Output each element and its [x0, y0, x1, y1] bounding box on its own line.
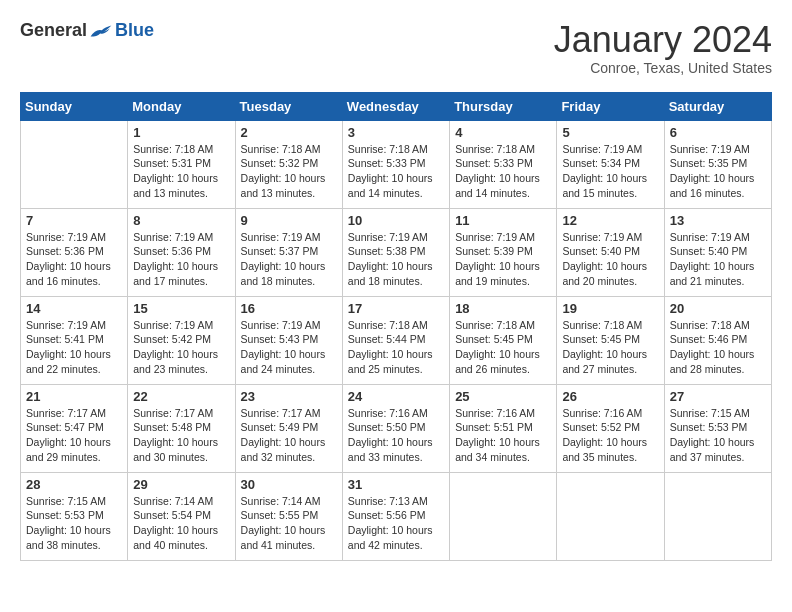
day-info: Sunrise: 7:19 AM Sunset: 5:36 PM Dayligh… [26, 230, 122, 289]
day-info: Sunrise: 7:18 AM Sunset: 5:44 PM Dayligh… [348, 318, 444, 377]
day-number: 3 [348, 125, 444, 140]
calendar-cell: 11Sunrise: 7:19 AM Sunset: 5:39 PM Dayli… [450, 208, 557, 296]
day-info: Sunrise: 7:18 AM Sunset: 5:32 PM Dayligh… [241, 142, 337, 201]
calendar-cell: 1Sunrise: 7:18 AM Sunset: 5:31 PM Daylig… [128, 120, 235, 208]
calendar-cell: 15Sunrise: 7:19 AM Sunset: 5:42 PM Dayli… [128, 296, 235, 384]
calendar-cell [557, 472, 664, 560]
calendar-cell: 3Sunrise: 7:18 AM Sunset: 5:33 PM Daylig… [342, 120, 449, 208]
calendar-week-row-4: 21Sunrise: 7:17 AM Sunset: 5:47 PM Dayli… [21, 384, 772, 472]
calendar-header-friday: Friday [557, 92, 664, 120]
day-number: 17 [348, 301, 444, 316]
day-info: Sunrise: 7:18 AM Sunset: 5:45 PM Dayligh… [562, 318, 658, 377]
day-number: 11 [455, 213, 551, 228]
calendar-cell: 4Sunrise: 7:18 AM Sunset: 5:33 PM Daylig… [450, 120, 557, 208]
day-info: Sunrise: 7:16 AM Sunset: 5:50 PM Dayligh… [348, 406, 444, 465]
title-section: January 2024 Conroe, Texas, United State… [554, 20, 772, 76]
day-number: 16 [241, 301, 337, 316]
calendar-cell: 29Sunrise: 7:14 AM Sunset: 5:54 PM Dayli… [128, 472, 235, 560]
day-number: 8 [133, 213, 229, 228]
day-info: Sunrise: 7:19 AM Sunset: 5:39 PM Dayligh… [455, 230, 551, 289]
day-number: 29 [133, 477, 229, 492]
calendar-cell: 17Sunrise: 7:18 AM Sunset: 5:44 PM Dayli… [342, 296, 449, 384]
logo-general-text: General [20, 20, 87, 41]
calendar-cell: 16Sunrise: 7:19 AM Sunset: 5:43 PM Dayli… [235, 296, 342, 384]
day-info: Sunrise: 7:15 AM Sunset: 5:53 PM Dayligh… [670, 406, 766, 465]
day-info: Sunrise: 7:17 AM Sunset: 5:47 PM Dayligh… [26, 406, 122, 465]
day-number: 12 [562, 213, 658, 228]
calendar-cell: 25Sunrise: 7:16 AM Sunset: 5:51 PM Dayli… [450, 384, 557, 472]
calendar-cell: 8Sunrise: 7:19 AM Sunset: 5:36 PM Daylig… [128, 208, 235, 296]
day-info: Sunrise: 7:19 AM Sunset: 5:40 PM Dayligh… [670, 230, 766, 289]
calendar-cell: 31Sunrise: 7:13 AM Sunset: 5:56 PM Dayli… [342, 472, 449, 560]
month-title: January 2024 [554, 20, 772, 60]
calendar-cell [21, 120, 128, 208]
day-info: Sunrise: 7:13 AM Sunset: 5:56 PM Dayligh… [348, 494, 444, 553]
day-number: 14 [26, 301, 122, 316]
day-info: Sunrise: 7:17 AM Sunset: 5:49 PM Dayligh… [241, 406, 337, 465]
day-number: 20 [670, 301, 766, 316]
page-header: General Blue January 2024 Conroe, Texas,… [20, 20, 772, 76]
day-info: Sunrise: 7:18 AM Sunset: 5:33 PM Dayligh… [455, 142, 551, 201]
day-info: Sunrise: 7:19 AM Sunset: 5:35 PM Dayligh… [670, 142, 766, 201]
day-info: Sunrise: 7:16 AM Sunset: 5:51 PM Dayligh… [455, 406, 551, 465]
day-info: Sunrise: 7:14 AM Sunset: 5:54 PM Dayligh… [133, 494, 229, 553]
day-info: Sunrise: 7:14 AM Sunset: 5:55 PM Dayligh… [241, 494, 337, 553]
calendar-header-saturday: Saturday [664, 92, 771, 120]
calendar-cell [664, 472, 771, 560]
calendar-header-wednesday: Wednesday [342, 92, 449, 120]
calendar-header-thursday: Thursday [450, 92, 557, 120]
calendar-cell: 28Sunrise: 7:15 AM Sunset: 5:53 PM Dayli… [21, 472, 128, 560]
calendar-week-row-3: 14Sunrise: 7:19 AM Sunset: 5:41 PM Dayli… [21, 296, 772, 384]
day-number: 15 [133, 301, 229, 316]
location-text: Conroe, Texas, United States [554, 60, 772, 76]
day-number: 31 [348, 477, 444, 492]
day-number: 27 [670, 389, 766, 404]
day-number: 9 [241, 213, 337, 228]
day-info: Sunrise: 7:19 AM Sunset: 5:40 PM Dayligh… [562, 230, 658, 289]
day-info: Sunrise: 7:19 AM Sunset: 5:38 PM Dayligh… [348, 230, 444, 289]
calendar-cell: 26Sunrise: 7:16 AM Sunset: 5:52 PM Dayli… [557, 384, 664, 472]
logo-bird-icon [89, 21, 113, 41]
calendar-cell [450, 472, 557, 560]
day-number: 6 [670, 125, 766, 140]
calendar-cell: 19Sunrise: 7:18 AM Sunset: 5:45 PM Dayli… [557, 296, 664, 384]
day-info: Sunrise: 7:18 AM Sunset: 5:46 PM Dayligh… [670, 318, 766, 377]
calendar-cell: 21Sunrise: 7:17 AM Sunset: 5:47 PM Dayli… [21, 384, 128, 472]
day-number: 21 [26, 389, 122, 404]
day-number: 28 [26, 477, 122, 492]
day-info: Sunrise: 7:18 AM Sunset: 5:31 PM Dayligh… [133, 142, 229, 201]
calendar-cell: 12Sunrise: 7:19 AM Sunset: 5:40 PM Dayli… [557, 208, 664, 296]
day-number: 1 [133, 125, 229, 140]
day-info: Sunrise: 7:19 AM Sunset: 5:34 PM Dayligh… [562, 142, 658, 201]
calendar-header-tuesday: Tuesday [235, 92, 342, 120]
day-info: Sunrise: 7:19 AM Sunset: 5:37 PM Dayligh… [241, 230, 337, 289]
calendar-cell: 14Sunrise: 7:19 AM Sunset: 5:41 PM Dayli… [21, 296, 128, 384]
calendar-cell: 9Sunrise: 7:19 AM Sunset: 5:37 PM Daylig… [235, 208, 342, 296]
calendar-cell: 13Sunrise: 7:19 AM Sunset: 5:40 PM Dayli… [664, 208, 771, 296]
day-number: 26 [562, 389, 658, 404]
day-number: 30 [241, 477, 337, 492]
day-number: 5 [562, 125, 658, 140]
day-number: 23 [241, 389, 337, 404]
day-number: 7 [26, 213, 122, 228]
day-number: 4 [455, 125, 551, 140]
calendar-cell: 27Sunrise: 7:15 AM Sunset: 5:53 PM Dayli… [664, 384, 771, 472]
calendar-cell: 6Sunrise: 7:19 AM Sunset: 5:35 PM Daylig… [664, 120, 771, 208]
calendar-header-sunday: Sunday [21, 92, 128, 120]
day-info: Sunrise: 7:19 AM Sunset: 5:41 PM Dayligh… [26, 318, 122, 377]
day-number: 2 [241, 125, 337, 140]
day-info: Sunrise: 7:19 AM Sunset: 5:36 PM Dayligh… [133, 230, 229, 289]
day-info: Sunrise: 7:19 AM Sunset: 5:42 PM Dayligh… [133, 318, 229, 377]
day-number: 13 [670, 213, 766, 228]
day-number: 24 [348, 389, 444, 404]
calendar-cell: 23Sunrise: 7:17 AM Sunset: 5:49 PM Dayli… [235, 384, 342, 472]
calendar-cell: 30Sunrise: 7:14 AM Sunset: 5:55 PM Dayli… [235, 472, 342, 560]
calendar-week-row-5: 28Sunrise: 7:15 AM Sunset: 5:53 PM Dayli… [21, 472, 772, 560]
day-info: Sunrise: 7:16 AM Sunset: 5:52 PM Dayligh… [562, 406, 658, 465]
day-number: 22 [133, 389, 229, 404]
day-number: 25 [455, 389, 551, 404]
calendar-header-monday: Monday [128, 92, 235, 120]
day-info: Sunrise: 7:18 AM Sunset: 5:45 PM Dayligh… [455, 318, 551, 377]
calendar-cell: 24Sunrise: 7:16 AM Sunset: 5:50 PM Dayli… [342, 384, 449, 472]
calendar-cell: 20Sunrise: 7:18 AM Sunset: 5:46 PM Dayli… [664, 296, 771, 384]
